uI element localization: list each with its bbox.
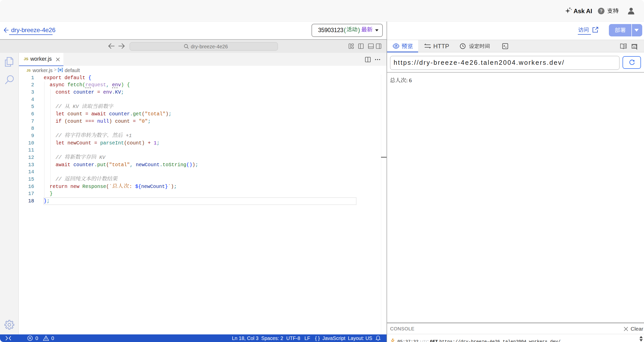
svg-text:?: ? bbox=[600, 9, 602, 13]
